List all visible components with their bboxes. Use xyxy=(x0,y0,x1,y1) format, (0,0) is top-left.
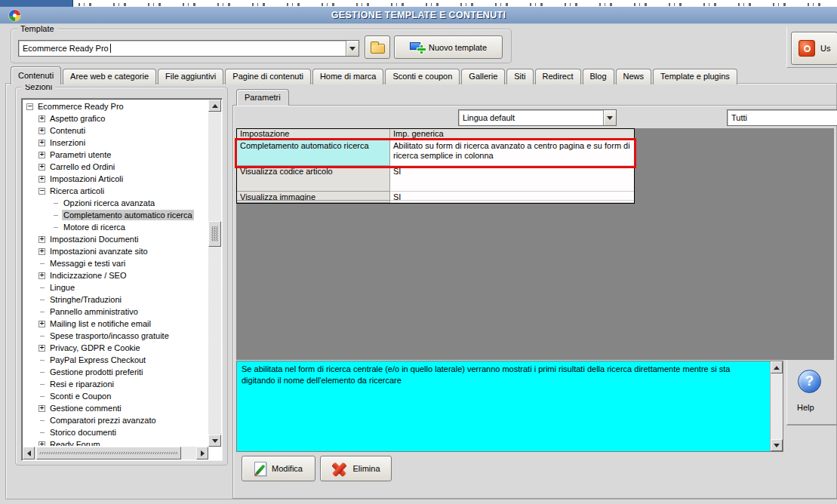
scroll-track[interactable] xyxy=(208,112,221,435)
tree-item[interactable]: Aspetto grafico xyxy=(23,112,208,124)
tree-expand-icon[interactable] xyxy=(26,103,33,110)
main-tab[interactable]: Gallerie xyxy=(461,69,505,85)
tree-expand-icon[interactable] xyxy=(38,176,45,183)
tree-expand-icon[interactable] xyxy=(38,369,45,376)
main-tab[interactable]: File aggiuntivi xyxy=(158,69,223,85)
tree-expand-icon[interactable] xyxy=(38,393,45,400)
tree-item[interactable]: Sconti e Coupon xyxy=(23,390,208,402)
tree-expand-icon[interactable] xyxy=(38,309,45,315)
tree-expand-icon[interactable] xyxy=(38,284,45,291)
tree-expand-icon[interactable] xyxy=(38,345,45,352)
table-row[interactable] xyxy=(237,201,634,203)
scroll-left-button[interactable] xyxy=(23,447,35,459)
tree-expand-icon[interactable] xyxy=(52,212,59,219)
scroll-down-button[interactable] xyxy=(208,435,221,447)
main-tab[interactable]: Sconti e coupon xyxy=(385,69,460,85)
tree-item[interactable]: Pannello amministrativo xyxy=(23,306,208,318)
scroll-right-button[interactable] xyxy=(196,447,208,459)
scroll-up-button[interactable] xyxy=(771,361,783,373)
tree-item[interactable]: Carrello ed Ordini xyxy=(23,161,208,173)
tree-item[interactable]: Privacy, GDPR e Cookie xyxy=(23,342,208,354)
tree-expand-icon[interactable] xyxy=(52,224,59,231)
area-web-combobox[interactable]: Tutti xyxy=(727,109,837,126)
tree-vertical-scrollbar[interactable] xyxy=(208,100,221,447)
elimina-button[interactable]: Elimina xyxy=(320,456,392,481)
tree-item[interactable]: Completamento automatico ricerca xyxy=(23,209,208,221)
tree-item[interactable]: Comparatori prezzi avanzato xyxy=(23,414,208,426)
main-tab[interactable]: Template e plugins xyxy=(653,69,737,85)
main-tab[interactable]: Pagine di contenuti xyxy=(225,69,311,85)
tree-expand-icon[interactable] xyxy=(52,200,59,207)
tree-expand-icon[interactable] xyxy=(38,115,45,122)
tree-item[interactable]: Opzioni ricerca avanzata xyxy=(23,197,208,209)
tree-expand-icon[interactable] xyxy=(38,333,45,340)
scroll-thumb[interactable] xyxy=(208,221,221,247)
tree-item[interactable]: Indicizzazione / SEO xyxy=(23,269,208,281)
table-row[interactable]: Visualizza codice articolo SI xyxy=(237,166,634,192)
tree-item[interactable]: Storico documenti xyxy=(23,426,208,438)
tree-item[interactable]: Gestione prodotti preferiti xyxy=(23,366,208,378)
tree-expand-icon[interactable] xyxy=(38,441,45,447)
tree-item[interactable]: Parametri utente xyxy=(23,149,208,161)
tree-expand-icon[interactable] xyxy=(38,188,45,195)
help-icon[interactable] xyxy=(798,370,821,393)
tree-item[interactable]: Ready Forum xyxy=(23,438,208,446)
tree-item[interactable]: Inserzioni xyxy=(23,137,208,149)
lingua-combobox[interactable]: Lingua default xyxy=(458,109,617,126)
lingua-combo-dropdown-button[interactable] xyxy=(603,110,616,125)
tree-item[interactable]: Resi e riparazioni xyxy=(23,378,208,390)
scroll-down-button[interactable] xyxy=(771,439,783,451)
tree-expand-icon[interactable] xyxy=(38,429,45,436)
scroll-track[interactable] xyxy=(35,447,196,459)
tree-item[interactable]: Stringhe/Traduzioni xyxy=(23,293,208,306)
scroll-thumb[interactable] xyxy=(36,447,181,459)
main-tab[interactable]: Redirect xyxy=(535,69,581,85)
tree-item[interactable]: Motore di ricerca xyxy=(23,221,208,233)
template-combo-dropdown-button[interactable] xyxy=(346,41,358,56)
scroll-track[interactable] xyxy=(771,373,783,439)
tree-item[interactable]: Ricerca articoli xyxy=(23,185,208,197)
tree-item[interactable]: Spese trasporto/incasso gratuite xyxy=(23,330,208,342)
tree-expand-icon[interactable] xyxy=(38,417,45,424)
tree-expand-icon[interactable] xyxy=(38,297,45,303)
table-row[interactable]: Visualizza immagine SI xyxy=(237,192,634,201)
tree-item[interactable]: Impostazioni Documenti xyxy=(23,233,208,245)
tree-item[interactable]: Gestione commenti xyxy=(23,402,208,414)
tree-item[interactable]: Impostazioni Articoli xyxy=(23,173,208,185)
main-tab[interactable]: Siti xyxy=(506,69,533,85)
tree-expand-icon[interactable] xyxy=(38,357,45,364)
tree-item[interactable]: Impostazioni avanzate sito xyxy=(23,245,208,257)
exit-button[interactable]: Us xyxy=(791,32,837,65)
scroll-up-button[interactable] xyxy=(208,100,221,112)
tree-expand-icon[interactable] xyxy=(38,272,45,279)
tree-item[interactable]: Mailing list e notifiche email xyxy=(23,318,208,330)
main-tab[interactable]: Home di marca xyxy=(312,69,384,85)
tree-expand-icon[interactable] xyxy=(38,248,45,255)
tree-item[interactable]: Messaggi e testi vari xyxy=(23,257,208,269)
tree-item[interactable]: Contenuti xyxy=(23,124,208,137)
main-tab[interactable]: News xyxy=(616,69,652,85)
tree-item[interactable]: PayPal Express Checkout xyxy=(23,354,208,366)
tree-expand-icon[interactable] xyxy=(38,152,45,158)
open-template-folder-button[interactable] xyxy=(365,35,390,59)
tree-expand-icon[interactable] xyxy=(38,260,45,267)
tree-expand-icon[interactable] xyxy=(38,128,45,134)
tree-item[interactable]: Lingue xyxy=(23,281,208,293)
tree-expand-icon[interactable] xyxy=(38,140,45,146)
tree-horizontal-scrollbar[interactable] xyxy=(23,447,208,459)
tree-expand-icon[interactable] xyxy=(38,405,45,412)
tree-item[interactable]: Ecommerce Ready Pro xyxy=(23,100,208,112)
new-template-button[interactable]: Nuovo template xyxy=(394,35,503,59)
main-tab[interactable]: Aree web e categorie xyxy=(63,69,156,85)
main-tab[interactable]: Blog xyxy=(583,69,614,85)
parametri-tab[interactable]: Parametri xyxy=(236,89,289,106)
modifica-button[interactable]: Modifica xyxy=(242,456,315,481)
tree-expand-icon[interactable] xyxy=(38,164,45,171)
main-tab[interactable]: Contenuti xyxy=(11,66,61,85)
tree-expand-icon[interactable] xyxy=(38,381,45,388)
tree-expand-icon[interactable] xyxy=(38,236,45,243)
description-scrollbar[interactable] xyxy=(770,361,783,451)
tree-expand-icon[interactable] xyxy=(38,321,45,327)
table-row[interactable]: Completamento automatico ricerca Abilita… xyxy=(237,140,634,166)
template-combobox[interactable]: Ecommerce Ready Pro xyxy=(18,40,359,57)
